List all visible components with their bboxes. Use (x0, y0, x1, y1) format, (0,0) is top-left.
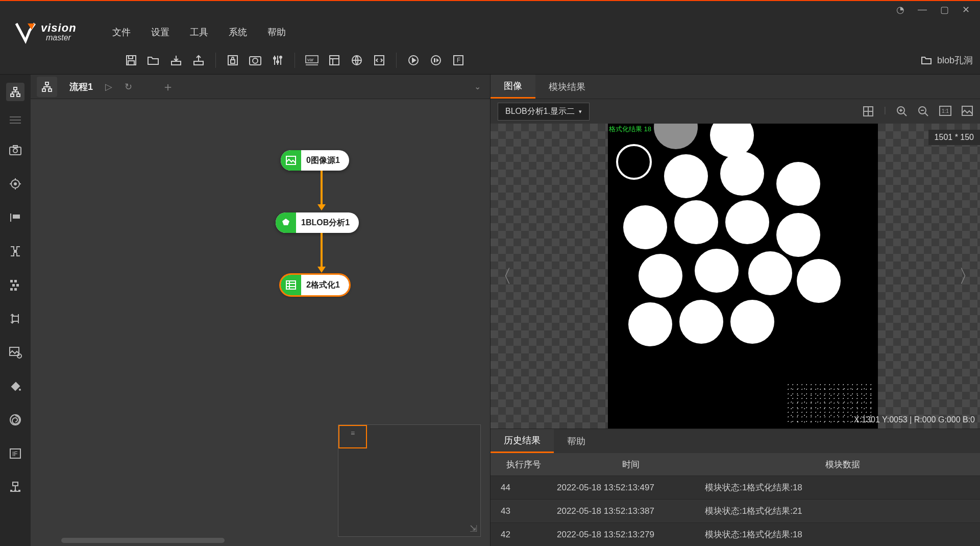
palette-camera-icon[interactable] (6, 141, 24, 159)
menu-system[interactable]: 系统 (229, 26, 247, 38)
open-file-indicator[interactable]: blob孔洞 (921, 54, 980, 66)
tab-history[interactable]: 历史结果 (491, 429, 554, 453)
fit-icon[interactable] (863, 106, 874, 117)
table-row[interactable]: 43 2022-05-18 13:52:13:387 模块状态:1格式化结果:2… (491, 499, 980, 523)
palette-crop-icon[interactable] (6, 242, 24, 260)
svg-rect-51 (286, 281, 296, 289)
palette-tree-icon[interactable] (6, 83, 24, 101)
palette-grid-icon[interactable] (6, 276, 24, 294)
palette-spiral-icon[interactable] (6, 411, 24, 429)
minimize-button[interactable]: — (918, 4, 927, 15)
table-row[interactable]: 42 2022-05-18 13:52:13:279 模块状态:1格式化结果:1… (491, 523, 980, 546)
layout-icon[interactable] (326, 52, 343, 69)
node-blob-analysis[interactable]: 1BLOB分析1 (276, 212, 359, 233)
next-image-icon[interactable]: 〉 (959, 264, 977, 289)
help-hint-icon[interactable]: ◔ (896, 4, 904, 15)
flow-canvas[interactable]: 0图像源1 1BLOB分析1 2格式化1 ≡ ⇲ (31, 99, 490, 546)
flow-tree-icon[interactable] (37, 77, 57, 97)
svg-text:IF: IF (12, 450, 18, 458)
flow-run-icon[interactable]: ▷ (105, 81, 112, 92)
svg-rect-48 (42, 89, 45, 91)
palette-target-icon[interactable] (6, 175, 24, 193)
zoom-in-icon[interactable] (896, 106, 908, 117)
save-icon[interactable] (122, 52, 140, 69)
menu-help[interactable]: 帮助 (267, 26, 286, 38)
minimap-viewport[interactable] (338, 425, 367, 448)
globe-icon[interactable] (348, 52, 365, 69)
svg-rect-47 (45, 82, 48, 85)
minimap[interactable]: ≡ ⇲ (338, 424, 481, 537)
menu-file[interactable]: 文件 (112, 26, 131, 38)
flow-dropdown-icon[interactable]: ⌄ (474, 82, 481, 91)
svg-rect-22 (11, 94, 14, 97)
window-controls: ◔ — ▢ ✕ (896, 4, 980, 15)
col-seq: 执行序号 (491, 459, 557, 470)
palette-fill-icon[interactable] (6, 377, 24, 395)
palette-measure-icon[interactable] (6, 310, 24, 328)
palette-if-icon[interactable]: IF (6, 444, 24, 463)
flow-tab-bar: 流程1 ▷ ↻ ＋ ⌄ (31, 75, 490, 99)
image-view[interactable]: 格式化结果 18 (491, 124, 980, 429)
prev-image-icon[interactable]: 〈 (494, 264, 512, 289)
actual-size-icon[interactable]: 1:1 (939, 106, 951, 117)
flow-loop-icon[interactable]: ↻ (125, 81, 132, 92)
svg-rect-6 (231, 60, 235, 63)
palette-network-icon[interactable] (6, 478, 24, 496)
pixel-info: X:1301 Y:0053 | R:000 G:000 B:0 (854, 415, 975, 424)
svg-rect-2 (128, 61, 134, 65)
display-selector-label: BLOB分析1.显示二 (505, 106, 575, 117)
svg-rect-1 (129, 56, 133, 59)
zoom-out-icon[interactable] (918, 106, 929, 117)
svg-rect-46 (18, 490, 20, 492)
folder-icon (921, 55, 932, 65)
horizontal-scrollbar[interactable] (61, 538, 225, 543)
loop-play-icon[interactable] (427, 52, 445, 69)
export-icon[interactable] (190, 52, 207, 69)
import-icon[interactable] (167, 52, 185, 69)
table-row[interactable]: 44 2022-05-18 13:52:13:497 模块状态:1格式化结果:1… (491, 476, 980, 499)
add-flow-icon[interactable]: ＋ (162, 79, 174, 95)
tab-module-result[interactable]: 模块结果 (535, 75, 599, 99)
minimap-expand-icon[interactable]: ⇲ (470, 523, 477, 534)
fullscreen-icon[interactable]: F (450, 52, 467, 69)
svg-rect-23 (17, 94, 20, 97)
code-icon[interactable] (371, 52, 388, 69)
flow-connector (321, 171, 323, 205)
node-label: 1BLOB分析1 (301, 218, 350, 228)
menu-settings[interactable]: 设置 (151, 26, 169, 38)
svg-rect-4 (194, 61, 203, 65)
open-icon[interactable] (145, 52, 162, 69)
play-icon[interactable] (405, 52, 422, 69)
palette-image-settings-icon[interactable] (6, 343, 24, 362)
maximize-button[interactable]: ▢ (940, 4, 949, 15)
result-tabs: 图像 模块结果 (491, 75, 980, 99)
tab-image[interactable]: 图像 (491, 75, 535, 99)
svg-rect-35 (10, 288, 13, 291)
svg-text:1:1: 1:1 (942, 108, 949, 114)
tool-palette: IF (0, 75, 31, 546)
close-button[interactable]: ✕ (962, 4, 970, 15)
overlay-label: 格式化结果 18 (609, 125, 651, 134)
table-header: 执行序号 时间 模块数据 (491, 453, 980, 476)
display-selector[interactable]: BLOB分析1.显示二 ▾ (498, 103, 590, 121)
node-image-source[interactable]: 0图像源1 (281, 150, 349, 171)
sliders-icon[interactable] (269, 52, 286, 69)
svg-rect-33 (12, 284, 15, 287)
lock-icon[interactable] (224, 52, 241, 69)
variable-icon[interactable]: var (303, 52, 321, 69)
menu-tools[interactable]: 工具 (190, 26, 208, 38)
camera-icon[interactable] (247, 52, 264, 69)
col-data: 模块数据 (705, 459, 980, 470)
image-picker-icon[interactable] (962, 106, 973, 117)
arrow-icon (317, 204, 326, 210)
flow-tab-name[interactable]: 流程1 (69, 81, 93, 93)
palette-align-icon[interactable] (6, 208, 24, 227)
svg-point-9 (274, 57, 276, 59)
palette-grip[interactable] (10, 116, 21, 124)
flow-connector (321, 233, 323, 268)
right-panel: 图像 模块结果 BLOB分析1.显示二 ▾ | 1:1 格式化结果 18 (490, 75, 980, 546)
svg-rect-30 (14, 250, 17, 253)
tab-help[interactable]: 帮助 (554, 429, 599, 453)
node-format[interactable]: 2格式化1 (281, 275, 349, 295)
image-content: 格式化结果 18 (608, 124, 878, 429)
